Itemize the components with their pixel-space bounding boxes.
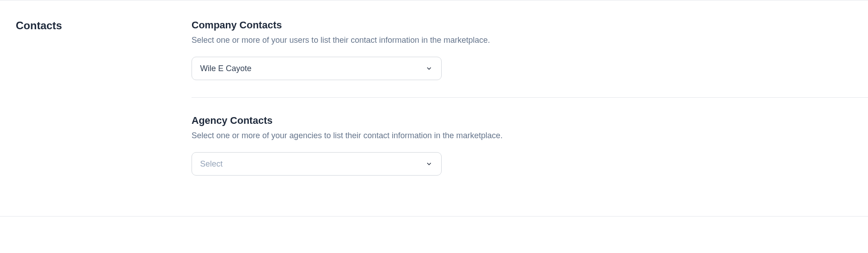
- company-contacts-select-value: Wile E Cayote: [200, 64, 251, 73]
- main-content: Company Contacts Select one or more of y…: [192, 19, 868, 193]
- agency-contacts-description: Select one or more of your agencies to l…: [192, 131, 868, 140]
- contacts-panel: Contacts Company Contacts Select one or …: [0, 0, 868, 216]
- company-contacts-description: Select one or more of your users to list…: [192, 36, 868, 45]
- sidebar-title: Contacts: [16, 19, 192, 32]
- chevron-down-icon: [425, 64, 433, 72]
- agency-contacts-title: Agency Contacts: [192, 115, 868, 126]
- agency-contacts-select[interactable]: Select: [192, 152, 442, 176]
- sidebar: Contacts: [0, 19, 192, 193]
- company-contacts-title: Company Contacts: [192, 19, 868, 31]
- agency-contacts-select-placeholder: Select: [200, 159, 223, 169]
- chevron-down-icon: [425, 160, 433, 168]
- company-contacts-section: Company Contacts Select one or more of y…: [192, 19, 868, 98]
- company-contacts-select[interactable]: Wile E Cayote: [192, 57, 442, 80]
- agency-contacts-section: Agency Contacts Select one or more of yo…: [192, 115, 868, 193]
